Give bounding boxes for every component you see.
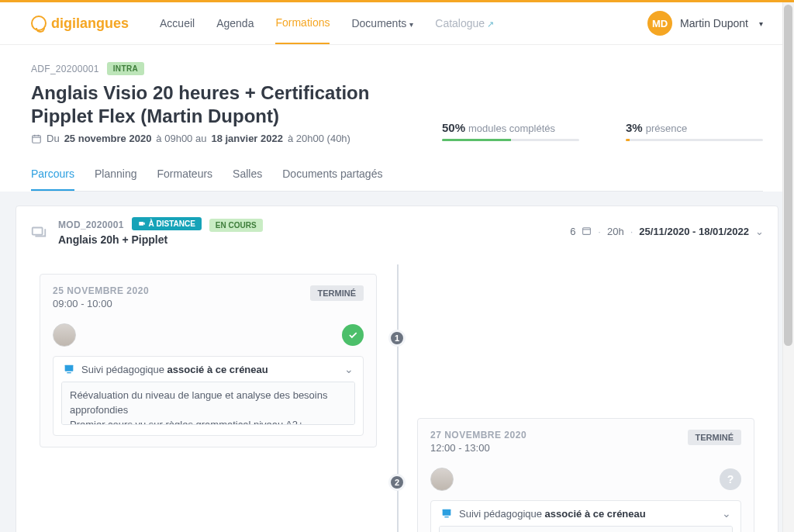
module-daterange: 25/11/2020 - 18/01/2022 — [639, 226, 749, 237]
svg-rect-7 — [444, 516, 448, 517]
date-prefix: Du — [47, 133, 60, 144]
followup-header[interactable]: Suivi pédagogique associé à ce créneau ⌄ — [54, 357, 363, 382]
tab-parcours[interactable]: Parcours — [31, 158, 74, 191]
calendar-icon — [582, 226, 592, 238]
followup-icon — [440, 507, 453, 520]
module-meta: 6 · 20h · 25/11/2020 - 18/01/2022 ⌄ — [570, 226, 764, 238]
date-start: 25 novembre 2020 — [64, 133, 152, 144]
remote-badge-label: À DISTANCE — [149, 219, 195, 228]
trainer-avatar — [53, 323, 76, 347]
svg-rect-0 — [33, 135, 41, 142]
calendar-icon — [31, 133, 42, 144]
date-end-time: à 20h00 (40h) — [288, 133, 350, 144]
check-icon — [342, 324, 364, 346]
nav-documents[interactable]: Documents▾ — [351, 3, 413, 43]
followup-accordion: Suivi pédagogique associé à ce créneau ⌄ — [430, 500, 741, 532]
followup-title: Suivi pédagogique associé à ce créneau — [459, 508, 716, 520]
metrics: 50%modules complétés 3%présence — [442, 121, 763, 144]
window-scrollbar[interactable] — [782, 2, 794, 532]
followup-header[interactable]: Suivi pédagogique associé à ce créneau ⌄ — [431, 501, 740, 526]
nav-formations[interactable]: Formations — [275, 2, 330, 44]
module-card: MOD_2020001 À DISTANCE EN COURS Anglais … — [16, 206, 778, 532]
page-tabs: Parcours Planning Formateurs Salles Docu… — [31, 158, 763, 192]
tab-salles[interactable]: Salles — [233, 158, 262, 191]
session-status-pill: TERMINÉ — [310, 285, 364, 301]
user-menu[interactable]: MD Martin Dupont ▾ — [647, 11, 763, 36]
nav-catalogue-label: Catalogue — [435, 17, 485, 29]
brand-logo[interactable]: digilangues — [31, 16, 129, 32]
external-link-icon: ↗ — [487, 19, 494, 29]
session-date: 25 NOVEMBRE 2020 — [53, 285, 149, 296]
followup-title: Suivi pédagogique associé à ce créneau — [81, 364, 338, 375]
module-hours: 20h — [607, 226, 624, 237]
nav-accueil[interactable]: Accueil — [160, 3, 195, 43]
tab-documents-partages[interactable]: Documents partagés — [282, 158, 382, 191]
nav-agenda[interactable]: Agenda — [216, 3, 254, 43]
session-time: 09:00 - 10:00 — [53, 298, 149, 309]
chevron-down-icon: ⌄ — [722, 507, 731, 520]
intra-pill: INTRA — [107, 62, 145, 75]
nav-documents-label: Documents — [351, 17, 406, 29]
logo-icon — [31, 16, 47, 31]
date-start-time: à 09h00 au — [156, 133, 206, 144]
metric-modules-label: modules complétés — [468, 123, 555, 134]
metric-modules: 50%modules complétés — [442, 121, 579, 141]
chevron-down-icon[interactable]: ⌄ — [755, 226, 764, 237]
module-icon — [30, 223, 47, 240]
session-time: 12:00 - 13:00 — [430, 442, 526, 454]
timeline-node-2: 2 — [388, 474, 406, 491]
chevron-down-icon: ▾ — [759, 19, 763, 28]
session-status-pill: TERMINÉ — [688, 430, 742, 445]
followup-note[interactable] — [61, 382, 355, 425]
followup-accordion: Suivi pédagogique associé à ce créneau ⌄ — [53, 356, 364, 436]
user-avatar: MD — [647, 11, 672, 36]
chevron-down-icon: ▾ — [409, 20, 413, 29]
remote-badge: À DISTANCE — [132, 217, 202, 230]
timeline: 1 2 25 NOVEMBRE 2020 09:00 - 10:00 TERMI… — [16, 257, 778, 532]
unknown-status-icon: ? — [720, 468, 741, 490]
brand-name: digilangues — [51, 16, 129, 32]
svg-rect-6 — [443, 510, 451, 516]
status-badge: EN COURS — [209, 219, 263, 232]
svg-rect-5 — [67, 372, 71, 373]
sessions-count: 6 — [570, 226, 575, 237]
metric-presence-label: présence — [646, 123, 687, 134]
session-date: 27 NOVEMBRE 2020 — [430, 430, 526, 440]
page-title: Anglais Visio 20 heures + Certification … — [31, 81, 395, 128]
metric-presence-value: 3% — [626, 121, 643, 134]
breadcrumb: ADF_20200001 INTRA — [31, 62, 763, 75]
module-ref: MOD_2020001 — [58, 219, 124, 230]
svg-rect-2 — [139, 222, 143, 226]
workspace: MOD_2020001 À DISTANCE EN COURS Anglais … — [0, 192, 794, 532]
scrollbar-thumb[interactable] — [784, 5, 792, 346]
svg-rect-1 — [33, 227, 43, 234]
progress-bar-modules — [442, 139, 511, 141]
nav-catalogue[interactable]: Catalogue↗ — [435, 3, 494, 43]
followup-icon — [63, 363, 75, 375]
timeline-node-1: 1 — [388, 330, 406, 347]
session-card: 25 NOVEMBRE 2020 09:00 - 10:00 TERMINÉ S… — [40, 274, 377, 447]
svg-rect-3 — [583, 227, 591, 234]
followup-note[interactable] — [439, 526, 733, 532]
module-header[interactable]: MOD_2020001 À DISTANCE EN COURS Anglais … — [16, 206, 778, 257]
chevron-down-icon: ⌄ — [344, 363, 354, 375]
metric-presence: 3%présence — [626, 121, 763, 141]
top-nav: Accueil Agenda Formations Documents▾ Cat… — [160, 2, 494, 44]
tab-formateurs[interactable]: Formateurs — [157, 158, 213, 191]
user-name: Martin Dupont — [680, 17, 748, 29]
main-header: digilangues Accueil Agenda Formations Do… — [0, 2, 794, 45]
date-end: 18 janvier 2022 — [211, 133, 283, 144]
module-title: Anglais 20h + Pipplet — [58, 233, 559, 246]
timeline-axis — [397, 264, 399, 532]
page-content: ADF_20200001 INTRA Anglais Visio 20 heur… — [0, 45, 794, 192]
formation-ref: ADF_20200001 — [31, 64, 99, 74]
trainer-avatar — [430, 468, 454, 491]
tab-planning[interactable]: Planning — [95, 158, 137, 191]
date-range: Du 25 novembre 2020 à 09h00 au 18 janvie… — [31, 133, 395, 144]
progress-bar-presence — [626, 139, 630, 141]
session-card: 27 NOVEMBRE 2020 12:00 - 13:00 TERMINÉ ?… — [417, 418, 754, 532]
metric-modules-value: 50% — [442, 121, 465, 134]
svg-rect-4 — [65, 365, 74, 371]
